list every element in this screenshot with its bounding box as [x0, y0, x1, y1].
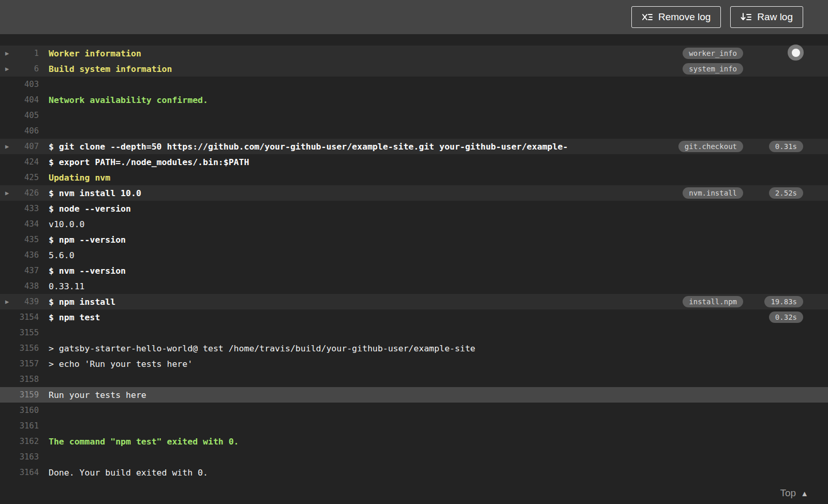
log-line-text: $ npm test — [49, 313, 828, 322]
log-row: 3156 > gatsby-starter-hello-world@ test … — [0, 340, 828, 356]
fold-toggle-icon[interactable]: ▶ — [5, 294, 9, 309]
log-row: 436 5.6.0 — [0, 247, 828, 263]
log-line-text: Updating nvm — [49, 173, 828, 183]
log-row: 3158 — [0, 372, 828, 387]
log-row: ▶ 6 Build system information system_info — [0, 61, 828, 77]
line-number[interactable]: 406 — [0, 126, 39, 136]
line-number[interactable]: 405 — [0, 111, 39, 120]
fold-toggle-icon[interactable]: ▶ — [5, 185, 9, 201]
duration-badge: 19.83s — [764, 296, 803, 307]
duration-badge: 0.31s — [769, 141, 803, 152]
line-number[interactable]: 3161 — [0, 421, 39, 431]
fold-tag-badge: install.npm — [683, 296, 743, 307]
log-rows: ▶ 1 Worker information worker_info ▶ 6 B… — [0, 46, 828, 480]
fold-tag-badge: system_info — [683, 63, 743, 75]
scroll-to-top-link[interactable]: Top ▲ — [780, 487, 809, 499]
line-number[interactable]: 403 — [0, 80, 39, 89]
line-number[interactable]: 436 — [0, 250, 39, 260]
log-row: 406 — [0, 123, 828, 139]
line-number[interactable]: 424 — [0, 157, 39, 167]
log-row: 433 $ node --version — [0, 201, 828, 216]
fold-tag-badge: worker_info — [683, 48, 743, 59]
log-line-text: $ nvm --version — [49, 266, 828, 276]
fold-toggle-icon[interactable]: ▶ — [5, 46, 9, 61]
log-row: 3154 $ npm test 0.32s — [0, 309, 828, 325]
log-row: 404 Network availability confirmed. — [0, 92, 828, 108]
line-number[interactable]: 404 — [0, 95, 39, 105]
fold-toggle-icon[interactable]: ▶ — [5, 139, 9, 154]
log-row: 438 0.33.11 — [0, 278, 828, 294]
log-row: 405 — [0, 108, 828, 123]
log-row: ▶ 1 Worker information worker_info — [0, 46, 828, 61]
raw-log-button[interactable]: Raw log — [730, 6, 803, 28]
build-log: ▶ 1 Worker information worker_info ▶ 6 B… — [0, 34, 828, 504]
line-number[interactable]: 3157 — [0, 359, 39, 368]
fold-tag-badge: nvm.install — [683, 187, 743, 199]
raw-log-icon — [741, 12, 751, 22]
log-row: 3162 The command "npm test" exited with … — [0, 434, 828, 449]
line-number[interactable]: 3156 — [0, 344, 39, 353]
duration-badge: 0.32s — [769, 312, 803, 323]
log-line-text: > echo 'Run your tests here' — [49, 359, 828, 369]
log-line-text: Run your tests here — [49, 390, 828, 400]
log-row: ▶ 439 $ npm install install.npm 19.83s — [0, 294, 828, 309]
log-row: 424 $ export PATH=./node_modules/.bin:$P… — [0, 154, 828, 170]
log-row: 3160 — [0, 403, 828, 418]
log-row: 435 $ npm --version — [0, 232, 828, 247]
log-row: ▶ 407 $ git clone --depth=50 https://git… — [0, 139, 828, 154]
line-number[interactable]: 425 — [0, 173, 39, 182]
remove-log-label: Remove log — [658, 11, 711, 23]
duration-badge: 2.52s — [769, 187, 803, 199]
line-number[interactable]: 3154 — [0, 313, 39, 322]
log-toolbar: Remove log Raw log — [0, 0, 828, 34]
line-number[interactable]: 437 — [0, 266, 39, 275]
log-row: 3164 Done. Your build exited with 0. — [0, 465, 828, 480]
log-row: 425 Updating nvm — [0, 170, 828, 185]
fold-tag-badge: git.checkout — [678, 141, 743, 152]
log-row: 403 — [0, 77, 828, 92]
log-row: 3157 > echo 'Run your tests here' — [0, 356, 828, 372]
log-line-text: $ export PATH=./node_modules/.bin:$PATH — [49, 157, 828, 167]
log-line-text: Done. Your build exited with 0. — [49, 468, 828, 478]
log-line-text: v10.0.0 — [49, 219, 828, 229]
log-line-text: $ node --version — [49, 204, 828, 214]
log-line-text: $ npm --version — [49, 235, 828, 245]
log-row: 3155 — [0, 325, 828, 340]
line-number[interactable]: 3159 — [0, 390, 39, 399]
line-number[interactable]: 3162 — [0, 437, 39, 446]
line-number[interactable]: 434 — [0, 219, 39, 229]
line-number[interactable]: 3160 — [0, 406, 39, 415]
log-row: 3159 Run your tests here — [0, 387, 828, 403]
log-row: 3163 — [0, 449, 828, 465]
line-number[interactable]: 433 — [0, 204, 39, 213]
fold-toggle-icon[interactable]: ▶ — [5, 61, 9, 77]
chevron-up-icon: ▲ — [801, 489, 808, 498]
remove-log-icon — [642, 12, 653, 22]
log-line-text: > gatsby-starter-hello-world@ test /home… — [49, 344, 828, 353]
log-row: ▶ 426 $ nvm install 10.0 nvm.install 2.5… — [0, 185, 828, 201]
line-number[interactable]: 435 — [0, 235, 39, 244]
log-line-text: 0.33.11 — [49, 281, 828, 291]
line-number[interactable]: 3163 — [0, 452, 39, 462]
log-row: 3161 — [0, 418, 828, 434]
line-number[interactable]: 3158 — [0, 375, 39, 384]
log-line-text: The command "npm test" exited with 0. — [49, 437, 828, 447]
remove-log-button[interactable]: Remove log — [631, 6, 721, 28]
line-number[interactable]: 3155 — [0, 328, 39, 337]
scroll-position-knob[interactable] — [788, 45, 804, 61]
line-number[interactable]: 3164 — [0, 468, 39, 477]
raw-log-label: Raw log — [757, 11, 793, 23]
line-number[interactable]: 438 — [0, 281, 39, 291]
log-line-text: Network availability confirmed. — [49, 95, 828, 105]
top-label: Top — [780, 487, 796, 499]
log-row: 434 v10.0.0 — [0, 216, 828, 232]
log-line-text: 5.6.0 — [49, 250, 828, 260]
log-row: 437 $ nvm --version — [0, 263, 828, 278]
